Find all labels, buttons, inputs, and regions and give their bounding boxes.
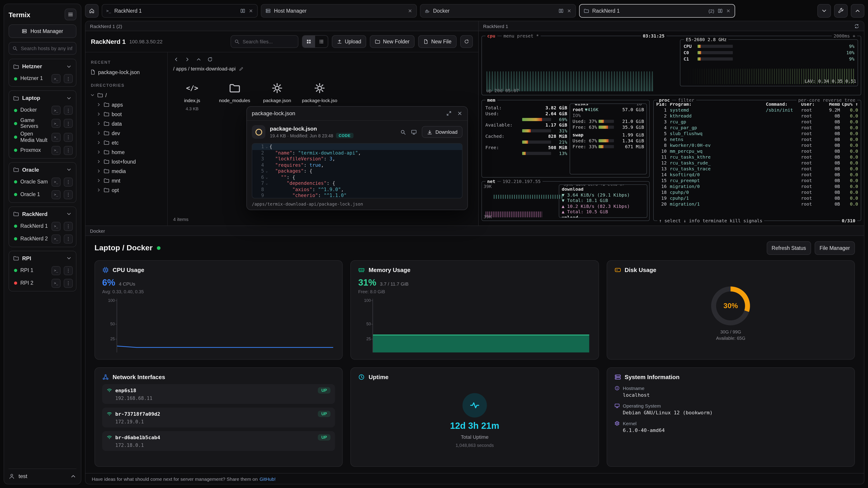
expand-button[interactable]	[851, 4, 864, 18]
proc-row[interactable]: 8 kworker/0:0H-ev root 0B 0.0	[653, 142, 861, 148]
host-terminal-button[interactable]: >_	[52, 146, 61, 155]
host-options-button[interactable]: ⋮	[64, 133, 73, 142]
tree-item[interactable]: lost+found	[89, 157, 164, 166]
up-icon[interactable]	[196, 57, 202, 62]
expand-icon[interactable]	[446, 111, 452, 116]
host-group-header[interactable]: Oracle	[10, 164, 74, 176]
proc-row[interactable]: 2 kthreadd root 0B 0.0	[653, 113, 861, 119]
tree-item[interactable]: media	[89, 166, 164, 176]
list-view-button[interactable]	[315, 36, 328, 47]
proc-row[interactable]: 20 migration/1 root 0B 0.0	[653, 201, 861, 207]
interface-row[interactable]: br-73718f7a09d2 UP 172.19.0.1	[102, 408, 335, 427]
breadcrumb[interactable]: / apps / termix-download-api	[168, 64, 478, 74]
download-button[interactable]: Download	[422, 126, 463, 138]
host-row[interactable]: Hetzner 1 >_ ⋮	[10, 72, 74, 85]
refresh-icon[interactable]	[207, 57, 213, 62]
host-terminal-button[interactable]: >_	[52, 279, 61, 288]
tools-button[interactable]	[834, 4, 848, 18]
host-row[interactable]: Open Media Vault >_ ⋮	[10, 130, 74, 144]
proc-row[interactable]: 6 netns root 0B 0.0	[653, 136, 861, 142]
new-file-button[interactable]: New File	[418, 35, 456, 48]
recent-file-item[interactable]: package-lock.json	[89, 67, 164, 77]
collapse-button[interactable]	[817, 4, 831, 18]
host-row[interactable]: Oracle 1 >_ ⋮	[10, 188, 74, 201]
host-options-button[interactable]: ⋮	[64, 190, 73, 199]
tab-racknerd1-files[interactable]: RackNerd 1 (2)	[579, 4, 735, 18]
host-row[interactable]: RPI 1 >_ ⋮	[10, 264, 74, 277]
proc-row[interactable]: 13 rcu_tasks_trace root 0B 0.0	[653, 166, 861, 172]
host-options-button[interactable]: ⋮	[64, 119, 73, 128]
tree-item[interactable]: home	[89, 147, 164, 157]
host-terminal-button[interactable]: >_	[52, 234, 61, 243]
close-icon[interactable]	[726, 8, 731, 13]
proc-row[interactable]: 11 rcu_tasks_kthre root 0B 0.0	[653, 154, 861, 160]
host-search-input[interactable]	[8, 42, 76, 55]
close-icon[interactable]	[408, 8, 412, 13]
file-search-input[interactable]	[230, 35, 298, 48]
monitor-icon[interactable]	[411, 129, 417, 135]
host-options-button[interactable]: ⋮	[64, 234, 73, 243]
terminal-sync-button[interactable]	[854, 23, 860, 29]
file-item[interactable]: </> index.js 4.3 KB	[173, 78, 211, 115]
tab-host-manager[interactable]: Host Manager	[261, 4, 417, 18]
host-options-button[interactable]: ⋮	[64, 106, 73, 115]
code-preview[interactable]: 1 ⌄ { 2 "name": "termix-download-api",	[252, 143, 463, 198]
host-terminal-button[interactable]: >_	[52, 106, 61, 115]
search-icon[interactable]	[400, 129, 406, 135]
host-options-button[interactable]: ⋮	[64, 266, 73, 275]
new-folder-button[interactable]: New Folder	[370, 35, 414, 48]
tree-item[interactable]: boot	[89, 109, 164, 119]
split-icon[interactable]	[717, 8, 723, 13]
close-icon[interactable]	[457, 111, 463, 116]
home-button[interactable]	[85, 4, 98, 18]
refresh-status-button[interactable]: Refresh Status	[767, 241, 811, 255]
grid-view-button[interactable]	[302, 36, 315, 47]
tree-item[interactable]: apps	[89, 100, 164, 109]
host-group-header[interactable]: RackNerd	[10, 208, 74, 220]
close-icon[interactable]	[567, 8, 571, 13]
proc-row[interactable]: 10 mm_percpu_wq root 0B 0.0	[653, 148, 861, 154]
terminal[interactable]: cpu menu preset * 03:31:25 2000ms + up 2…	[478, 31, 864, 225]
proc-row[interactable]: 3 rcu_gp root 0B 0.0	[653, 119, 861, 125]
proc-row[interactable]: 1 systemd /sbin/init root 9.2M 0.0	[653, 107, 861, 113]
refresh-files-button[interactable]	[460, 35, 473, 48]
proc-row[interactable]: 18 cpuhp/0 root 0B 0.0	[653, 189, 861, 195]
tree-item[interactable]: mnt	[89, 176, 164, 185]
host-row[interactable]: RPI 2 >_ ⋮	[10, 277, 74, 290]
host-terminal-button[interactable]: >_	[52, 74, 61, 83]
proc-row[interactable]: 16 migration/0 root 0B 0.0	[653, 184, 861, 189]
sidebar-menu-button[interactable]	[65, 8, 76, 20]
upload-button[interactable]: Upload	[332, 35, 366, 48]
tab-docker[interactable]: Docker	[420, 4, 576, 18]
host-group-header[interactable]: RPI	[10, 253, 74, 264]
proc-row[interactable]: 15 rcu_preempt root 0B 0.0	[653, 177, 861, 184]
host-terminal-button[interactable]: >_	[52, 222, 61, 231]
back-icon[interactable]	[173, 57, 179, 62]
split-icon[interactable]	[240, 8, 246, 13]
host-row[interactable]: Oracle Sam >_ ⋮	[10, 176, 74, 188]
host-options-button[interactable]: ⋮	[64, 146, 73, 155]
proc-row[interactable]: 14 ksoftirqd/0 root 0B 0.0	[653, 172, 861, 177]
tree-root[interactable]: /	[89, 90, 164, 100]
host-row[interactable]: Docker >_ ⋮	[10, 104, 74, 117]
proc-row[interactable]: 5 slub_flushwq root 0B 0.0	[653, 131, 861, 136]
tree-item[interactable]: dev	[89, 128, 164, 138]
host-row[interactable]: Proxmox >_ ⋮	[10, 144, 74, 157]
host-terminal-button[interactable]: >_	[52, 133, 61, 142]
host-row[interactable]: Game Servers >_ ⋮	[10, 117, 74, 130]
host-manager-button[interactable]: Host Manager	[8, 24, 76, 38]
host-terminal-button[interactable]: >_	[52, 119, 61, 128]
close-icon[interactable]	[249, 8, 253, 13]
proc-row[interactable]: 4 rcu_par_gp root 0B 0.0	[653, 125, 861, 131]
proc-row[interactable]: 12 rcu_tasks_rude_ root 0B 0.0	[653, 160, 861, 166]
interface-row[interactable]: enp6s18 UP 192.168.68.11	[102, 384, 335, 404]
tree-item[interactable]: opt	[89, 185, 164, 195]
user-menu[interactable]: test	[8, 468, 76, 480]
proc-row[interactable]: 19 cpuhp/1 root 0B 0.0	[653, 195, 861, 201]
host-terminal-button[interactable]: >_	[52, 266, 61, 275]
file-manager-button[interactable]: File Manager	[815, 241, 855, 255]
host-options-button[interactable]: ⋮	[64, 279, 73, 288]
host-terminal-button[interactable]: >_	[52, 190, 61, 199]
github-link[interactable]: GitHub!	[259, 476, 276, 482]
host-group-header[interactable]: Hetzner	[10, 61, 74, 72]
